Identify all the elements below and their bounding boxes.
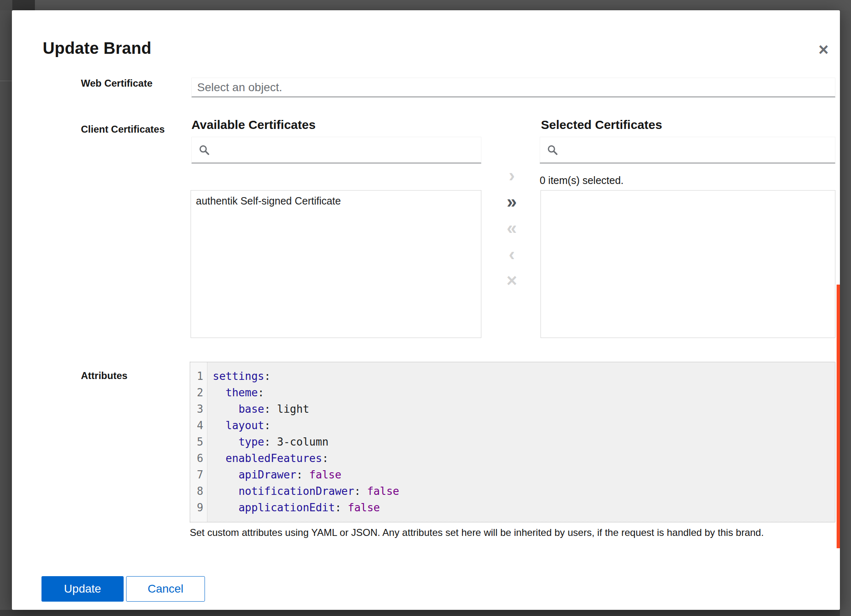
code-text: type: 3-column [207,434,329,450]
notification-accent-bar [837,285,840,548]
code-line: 9 applicationEdit: false [190,499,835,516]
background-page-corner [0,0,12,10]
list-item[interactable]: authentik Self-signed Certificate [191,191,481,211]
code-text: enabledFeatures: [207,450,329,467]
available-certificates-list[interactable]: authentik Self-signed Certificate [191,190,481,338]
cancel-button[interactable]: Cancel [126,576,205,602]
selected-search-box [540,137,835,163]
move-selected-right-button[interactable]: › [497,166,524,184]
move-selected-left-icon: ‹ [509,245,513,263]
code-line: 6 enabledFeatures: [190,450,835,467]
move-all-left-button[interactable]: « [497,219,524,237]
move-all-right-icon: » [507,193,514,211]
code-line: 2 theme: [190,384,835,401]
dual-list-controls: ›»«‹× [497,166,524,298]
screen: Update Brand × Web Certificate Client Ce… [0,0,851,616]
close-button[interactable]: × [812,39,835,60]
line-number: 4 [190,417,207,434]
modal-title: Update Brand [43,39,152,57]
clear-selection-button[interactable]: × [497,271,524,290]
line-number: 6 [190,450,207,467]
search-icon [547,144,558,156]
available-search-box [191,137,481,163]
selected-count-status: 0 item(s) selected. [540,175,623,186]
background-page-right [840,10,851,616]
web-certificate-input[interactable] [191,78,835,97]
background-page-bottom [0,610,851,616]
search-icon [198,144,210,156]
update-brand-modal: Update Brand × Web Certificate Client Ce… [12,10,840,610]
line-number: 1 [190,368,207,384]
move-all-left-icon: « [507,219,514,237]
code-text: theme: [207,384,264,401]
selected-certificates-list[interactable] [540,190,835,338]
close-icon: × [819,41,829,58]
code-text: settings: [207,368,271,384]
client-certificates-label: Client Certificates [81,124,165,135]
attributes-code-editor[interactable]: 1settings:2 theme:3 base: light4 layout:… [190,362,835,522]
attributes-label: Attributes [81,370,127,382]
code-line: 8 notificationDrawer: false [190,483,835,499]
code-line: 4 layout: [190,417,835,434]
selected-search-input[interactable] [563,143,835,157]
move-all-right-button[interactable]: » [497,193,524,211]
background-page-block [12,0,35,10]
attributes-code-lines: 1settings:2 theme:3 base: light4 layout:… [190,362,835,516]
update-button[interactable]: Update [41,576,124,602]
code-text: notificationDrawer: false [207,483,399,499]
background-page-divider [0,80,12,81]
selected-certificates-header: Selected Certificates [541,118,662,132]
available-certificates-header: Available Certificates [191,118,315,132]
code-text: layout: [207,417,271,434]
code-line: 7 apiDrawer: false [190,467,835,483]
code-line: 5 type: 3-column [190,434,835,450]
background-page-topbar [0,0,851,10]
clear-selection-icon: × [506,271,515,290]
line-number: 7 [190,467,207,483]
code-text: apiDrawer: false [207,467,341,483]
move-selected-left-button[interactable]: ‹ [497,245,524,263]
code-line: 3 base: light [190,401,835,417]
line-number: 3 [190,401,207,417]
line-number: 2 [190,384,207,401]
web-certificate-label: Web Certificate [81,78,152,89]
code-text: applicationEdit: false [207,499,380,516]
available-search-input[interactable] [215,143,481,157]
line-number: 5 [190,434,207,450]
attributes-helper-text: Set custom attributes using YAML or JSON… [190,527,764,538]
code-line: 1settings: [190,368,835,384]
code-text: base: light [207,401,309,417]
move-selected-right-icon: › [509,166,513,184]
line-number: 9 [190,499,207,516]
line-number: 8 [190,483,207,499]
